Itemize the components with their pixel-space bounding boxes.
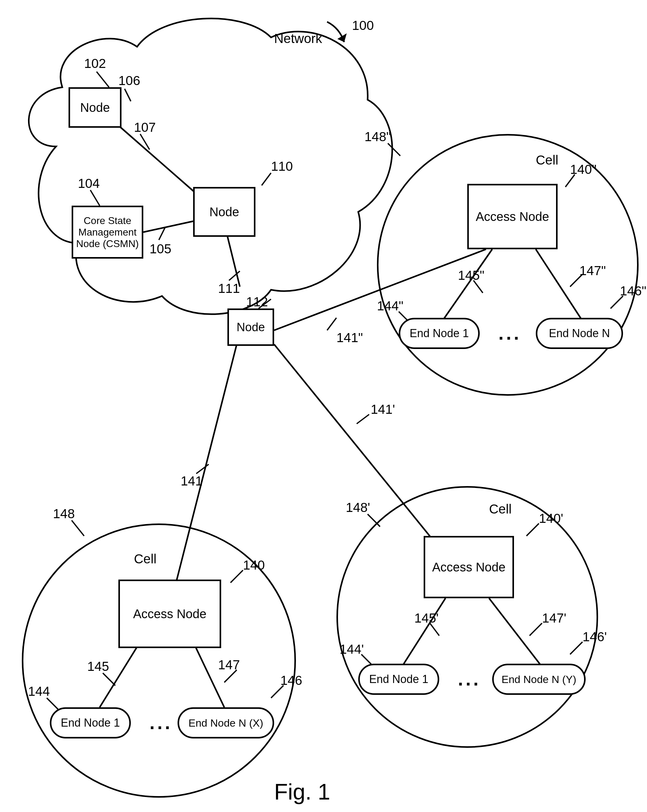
access-node-148: Access Node (118, 580, 221, 648)
ref-141pp: 141" (336, 330, 363, 345)
ref-107: 107 (134, 120, 156, 135)
node-112: Node (227, 308, 274, 346)
ellipsis-148pp: ... (498, 322, 522, 344)
node-106: Node (69, 87, 122, 128)
ref-110: 110 (271, 159, 293, 174)
ref-148pp: 148" (365, 129, 391, 144)
ref-112: 112 (246, 295, 268, 310)
diagram-canvas: Network Node Node Core State Management … (0, 0, 647, 812)
svg-line-16 (159, 227, 165, 240)
svg-line-18 (229, 271, 240, 281)
ref-147p: 147' (542, 611, 566, 626)
svg-line-2 (227, 236, 240, 287)
svg-line-12 (96, 72, 109, 87)
node-110: Node (193, 187, 255, 237)
svg-line-28 (196, 464, 209, 474)
end-node-n-148pp: End Node N (536, 318, 623, 349)
ref-140pp: 140" (570, 162, 597, 177)
cell-148-label: Cell (134, 551, 156, 566)
cell-148pp-label: Cell (536, 153, 558, 168)
access-node-148pp: Access Node (467, 184, 558, 249)
svg-line-35 (72, 520, 84, 536)
ref-147pp: 147" (580, 263, 606, 278)
ref-146pp: 146" (620, 284, 646, 299)
ref-148: 148 (53, 506, 75, 521)
ref-145p: 145' (414, 611, 439, 626)
end-node-1-148pp: End Node 1 (399, 318, 480, 349)
end-node-n-148: End Node N (X) (177, 707, 274, 739)
ref-100: 100 (352, 18, 374, 33)
end-node-1-148: End Node 1 (50, 707, 131, 739)
ref-148p: 148' (346, 500, 370, 515)
csmn-node: Core State Management Node (CSMN) (72, 206, 143, 259)
ref-105: 105 (150, 241, 171, 256)
svg-line-1 (143, 221, 193, 232)
svg-line-13 (125, 89, 131, 101)
ref-140: 140 (243, 558, 265, 573)
ref-104: 104 (78, 176, 100, 191)
svg-line-14 (140, 134, 150, 150)
ref-146: 146 (280, 673, 302, 688)
svg-line-27 (357, 414, 369, 424)
end-node-1-148p: End Node 1 (358, 664, 439, 695)
svg-line-20 (388, 143, 400, 156)
ref-145pp: 145" (458, 268, 484, 283)
svg-line-15 (90, 190, 100, 206)
access-node-148p: Access Node (424, 536, 514, 598)
ref-144p: 144' (340, 642, 364, 657)
svg-line-17 (262, 173, 271, 185)
ref-102: 102 (84, 56, 106, 71)
end-node-n-148p: End Node N (Y) (492, 664, 586, 695)
ref-106: 106 (118, 73, 140, 88)
ref-146p: 146' (583, 629, 607, 644)
figure-caption: Fig. 1 (274, 779, 330, 804)
ref-144pp: 144" (377, 299, 403, 313)
svg-line-26 (327, 318, 336, 330)
ref-111: 111 (218, 281, 240, 296)
ellipsis-148: ... (150, 712, 172, 734)
ref-144: 144 (28, 684, 50, 699)
ellipsis-148p: ... (458, 669, 481, 690)
ref-140p: 140' (539, 511, 563, 526)
network-label: Network (274, 31, 322, 46)
ref-147: 147 (218, 658, 240, 672)
ref-141: 141 (181, 474, 203, 488)
ref-145: 145 (87, 659, 109, 674)
ref-141p: 141' (371, 402, 395, 417)
cell-148p-label: Cell (489, 502, 511, 517)
